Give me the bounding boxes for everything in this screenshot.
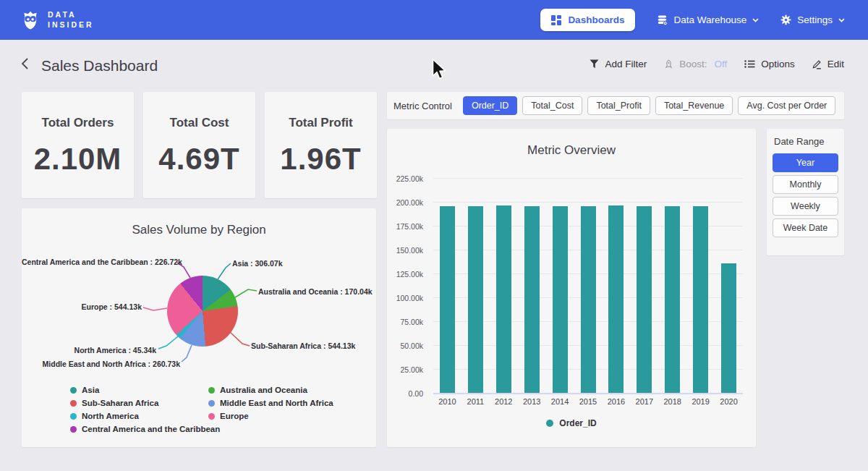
metric-chip-order-id[interactable]: Order_ID [463,96,517,115]
page-title: Sales Dashboard [41,57,158,75]
boost-label: Boost: [679,59,707,69]
metric-control-label: Metric Control [393,101,452,111]
bar-2011[interactable] [468,206,483,393]
bar-2017[interactable] [637,206,652,393]
x-tick-label: 2013 [517,397,546,406]
bar-plot [433,179,743,394]
legend-label: Central America and the Caribbean [82,425,220,433]
filter-funnel-icon [590,59,599,69]
x-tick-label: 2016 [602,397,631,406]
metric-chip-total-revenue[interactable]: Total_Revenue [655,96,733,115]
legend-dot [546,420,553,427]
kpi-value: 1.96T [280,142,361,177]
pie-callout-middle-east-and-north-africa: Middle East and North Africa : 260.73k [22,360,180,368]
legend-dot [208,413,215,420]
bar-2012[interactable] [496,205,511,394]
metric-control-bar: Metric Control Order_IDTotal_CostTotal_P… [387,92,844,119]
chevron-down-icon [752,18,759,22]
y-tick-label: 100.00k [387,294,423,302]
bar-2019[interactable] [693,206,708,393]
bar-2010[interactable] [440,206,455,393]
pie-legend-item-australia-and-oceania[interactable]: Australia and Oceania [208,386,333,394]
pie-legend-item-north-america[interactable]: North America [70,412,220,420]
mouse-cursor [432,59,448,82]
pie-legend-column-2: Australia and OceaniaMiddle East and Nor… [208,386,333,420]
bar-chart-legend: Order_ID [387,418,756,428]
x-tick-label: 2015 [574,397,603,406]
kpi-value: 2.10M [34,142,122,177]
metric-chip-total-profit[interactable]: Total_Profit [587,96,650,115]
brand-line2: INSIDER [48,20,94,30]
edit-label: Edit [827,59,844,69]
options-list-icon [744,59,755,69]
legend-dot [70,413,77,420]
add-filter-button[interactable]: Add Filter [590,59,647,69]
bar-chart-card: Metric Overview 0.0025.00k50.00k75.00k10… [387,129,756,447]
pie-legend-item-asia[interactable]: Asia [70,386,220,394]
bar-2013[interactable] [524,206,540,393]
kpi-card-total-profit: Total Profit 1.96T [265,92,377,198]
bar-2014[interactable] [553,206,568,393]
legend-dot [70,387,77,394]
y-tick-label: 75.00k [387,318,423,326]
options-button[interactable]: Options [744,59,795,69]
data-warehouse-label: Data Warehouse [673,14,746,25]
database-icon [657,14,668,25]
pie-callout-north-america: North America : 45.34k [22,346,156,355]
boost-toggle[interactable]: Boost:Off [664,59,727,69]
back-button[interactable] [19,56,31,74]
header-actions: Add Filter Boost:Off Options [590,59,844,69]
legend-label: Asia [82,386,99,394]
bar-2018[interactable] [665,206,680,393]
pie-chart-card: Sales Volume by Region Asia : 306.07k Au… [22,208,376,447]
pie-legend-item-middle-east-and-north-africa[interactable]: Middle East and North Africa [208,399,333,407]
bar-chart-x-axis: 2010201120122013201420152016201720182019… [433,397,743,407]
edit-pencil-icon [812,59,822,69]
brand-logo[interactable]: DATA INSIDER [20,9,94,31]
legend-dot [208,387,215,394]
metric-chip-avg-cost-per-order[interactable]: Avg. Cost per Order [738,96,835,115]
date-range-weekly[interactable]: Weekly [773,197,838,216]
pie-chart[interactable] [167,276,238,347]
bar-2015[interactable] [581,206,596,393]
pie-legend-item-sub-saharan-africa[interactable]: Sub-Saharan Africa [70,399,220,407]
x-tick-label: 2020 [715,397,744,406]
settings-menu[interactable]: Settings [780,14,845,25]
kpi-card-total-cost: Total Cost 4.69T [143,92,255,198]
chevron-left-icon [20,57,30,70]
pie-legend-item-europe[interactable]: Europe [208,412,333,420]
pie-chart-title: Sales Volume by Region [22,223,376,237]
x-tick-label: 2010 [433,397,461,406]
legend-dot [208,400,215,407]
y-tick-label: 150.00k [387,246,423,255]
pie-legend-item-central-america-and-the-caribbean[interactable]: Central America and the Caribbean [70,425,220,433]
date-range-label: Date Range [774,136,838,147]
y-tick-label: 125.00k [387,270,423,279]
pie-callout-central-america-and-the-caribbean: Central America and the Caribbean : 226.… [22,258,175,266]
settings-label: Settings [797,14,833,25]
metric-chip-total-cost[interactable]: Total_Cost [522,96,582,115]
y-tick-label: 225.00k [387,174,423,183]
date-range-year[interactable]: Year [773,153,838,172]
add-filter-label: Add Filter [605,59,647,69]
date-range-monthly[interactable]: Monthly [773,175,838,194]
kpi-label: Total Orders [42,116,114,130]
brand-line1: DATA [48,10,94,20]
kpi-label: Total Cost [170,116,229,130]
bar-2020[interactable] [721,263,736,393]
date-range-panel: Date Range YearMonthlyWeeklyWeek Date [767,129,844,255]
date-range-week-date[interactable]: Week Date [773,218,838,237]
legend-label: Sub-Saharan Africa [82,399,158,407]
rocket-icon [664,59,673,69]
x-tick-label: 2018 [658,397,687,406]
bar-chart-y-axis: 0.0025.00k50.00k75.00k100.00k125.00k150.… [387,179,427,394]
legend-label: North America [82,412,139,420]
y-tick-label: 200.00k [387,198,423,207]
bar-2016[interactable] [608,205,624,393]
y-tick-label: 50.00k [387,341,423,350]
edit-button[interactable]: Edit [812,59,844,69]
data-warehouse-menu[interactable]: Data Warehouse [657,14,759,25]
pie-callout-asia: Asia : 306.07k [232,259,282,268]
dashboards-button[interactable]: Dashboards [540,9,635,31]
legend-label: Europe [220,412,249,420]
